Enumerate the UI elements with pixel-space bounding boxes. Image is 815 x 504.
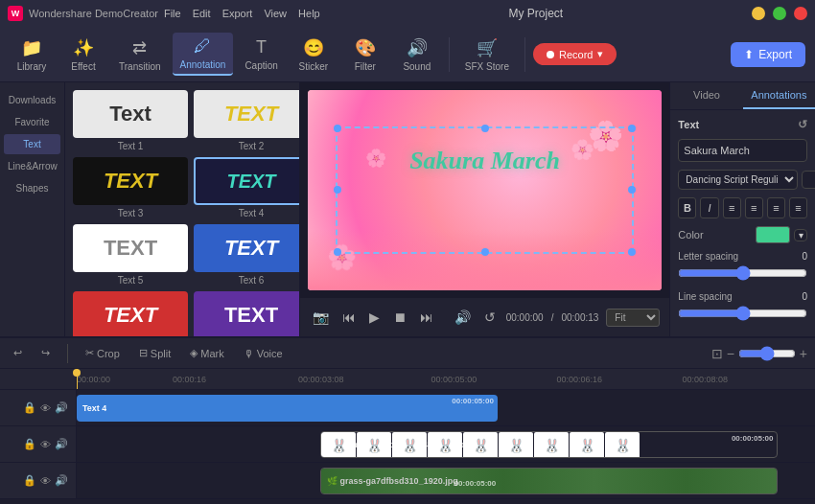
track-lock-icon2[interactable]: 🔒 [23, 438, 36, 450]
font-family-select[interactable]: Dancing Script Reguli Arial Times New Ro… [678, 170, 798, 190]
fast-forward-button[interactable]: ⏭ [417, 307, 436, 328]
sidebar-item-text[interactable]: Text [4, 134, 60, 154]
selection-handle-tm[interactable] [481, 125, 489, 132]
tool-effect[interactable]: ✨ Effect [59, 34, 107, 76]
screenshot-button[interactable]: 📷 [310, 307, 332, 328]
track-eye-icon2[interactable]: 👁 [40, 439, 51, 450]
text2-thumb: TEXT [194, 90, 300, 138]
loop-button[interactable]: ↺ [481, 307, 499, 328]
tool-caption[interactable]: T Caption [237, 34, 285, 75]
tool-sfx-store[interactable]: 🛒 SFX Store [457, 34, 517, 76]
tool-filter[interactable]: 🎨 Filter [341, 34, 389, 76]
track-lock-icon[interactable]: 🔒 [23, 401, 36, 414]
grass-clip-label: 🌿 grass-ga7dfbsd310_1920.jpg [327, 476, 458, 486]
tool-library[interactable]: 📁 Library [8, 34, 56, 76]
grass-clip[interactable]: 🌿 grass-ga7dfbsd310_1920.jpg 00:00:05:00 [320, 468, 778, 494]
zoom-in-button[interactable]: + [800, 346, 807, 361]
annotation-text5[interactable]: TEXT Text 5 [73, 224, 188, 286]
img-frame: 🐰 [499, 432, 533, 457]
menu-view[interactable]: View [264, 8, 287, 19]
record-label: Record [559, 49, 593, 60]
selection-handle-tl[interactable] [334, 125, 341, 132]
track-eye-icon3[interactable]: 👁 [40, 475, 51, 487]
menu-file[interactable]: File [164, 8, 181, 19]
sidebar-item-downloads[interactable]: Downloads [4, 90, 60, 110]
record-button[interactable]: Record ▾ [533, 43, 617, 65]
sidebar-item-shapes[interactable]: Shapes [4, 178, 60, 198]
crop-button[interactable]: ✂ Crop [80, 344, 126, 362]
selection-handle-mr[interactable] [628, 186, 636, 194]
maximize-button[interactable] [773, 7, 786, 20]
text-track-content[interactable]: Text 4 00:00:05:00 [77, 390, 815, 425]
annotation-text7[interactable]: TEXT Text 7 [73, 291, 188, 336]
line-spacing-slider[interactable] [678, 306, 807, 321]
track-audio-icon[interactable]: 🔊 [55, 401, 68, 414]
animation-track-content[interactable]: 📷 animation-gb377a0848_1920.png 00:00:05… [77, 426, 815, 462]
tool-annotation[interactable]: 🖊 Annotation [173, 33, 234, 76]
stop-button[interactable]: ⏹ [390, 307, 409, 328]
right-panel: Video Annotations Text ↺ Dancing Script … [669, 82, 815, 336]
track-audio-icon3[interactable]: 🔊 [55, 474, 68, 487]
undo-button[interactable]: ↩ [8, 344, 28, 362]
tool-sticker-label: Sticker [299, 61, 329, 72]
zoom-out-button[interactable]: − [727, 346, 734, 361]
mark-button[interactable]: ◈ Mark [184, 344, 229, 362]
track-eye-icon[interactable]: 👁 [40, 402, 51, 414]
selection-overlay[interactable] [336, 126, 634, 255]
img-frame: 🐰 [463, 432, 498, 457]
track-lock-icon3[interactable]: 🔒 [23, 474, 36, 487]
reset-icon[interactable]: ↺ [798, 118, 807, 131]
menu-help[interactable]: Help [298, 8, 320, 19]
align-right-button[interactable]: ≡ [767, 197, 785, 218]
time-cursor[interactable] [77, 369, 78, 389]
selection-handle-bm[interactable] [481, 248, 489, 256]
sidebar-item-line-arrow[interactable]: Line&Arrow [4, 156, 60, 176]
annotation-text1[interactable]: Text Text 1 [73, 90, 188, 151]
tab-video[interactable]: Video [670, 82, 742, 109]
annotation-text2[interactable]: TEXT Text 2 [194, 90, 300, 151]
text-value-input[interactable] [678, 139, 807, 162]
selection-handle-ml[interactable] [334, 186, 341, 194]
fit-timeline-button[interactable]: ⊡ [711, 346, 723, 361]
annotation-text6[interactable]: TEXT Text 6 [194, 224, 300, 286]
font-size-input[interactable] [802, 171, 815, 189]
animation-clip[interactable]: 📷 animation-gb377a0848_1920.png 00:00:05… [320, 431, 778, 458]
annotation-text4[interactable]: TEXT Text 4 [194, 157, 300, 218]
annotation-text3[interactable]: TEXT Text 3 [73, 157, 188, 218]
zoom-slider[interactable] [738, 346, 796, 361]
sidebar: Downloads Favorite Text Line&Arrow Shape… [0, 82, 65, 336]
menu-export[interactable]: Export [222, 8, 253, 19]
grass-track-content[interactable]: 🌿 grass-ga7dfbsd310_1920.jpg 00:00:05:00 [77, 463, 815, 498]
selection-handle-tr[interactable] [628, 125, 636, 132]
tool-sound[interactable]: 🔊 Sound [393, 34, 441, 76]
crop-label: Crop [97, 348, 120, 359]
play-button[interactable]: ▶ [366, 307, 383, 328]
menu-edit[interactable]: Edit [193, 8, 211, 19]
minimize-button[interactable] [752, 7, 765, 20]
color-swatch[interactable] [756, 226, 790, 243]
tab-annotations[interactable]: Annotations [743, 82, 815, 109]
volume-button[interactable]: 🔊 [452, 307, 474, 328]
split-button[interactable]: ⊟ Split [133, 344, 176, 362]
redo-button[interactable]: ↪ [35, 344, 56, 362]
rewind-button[interactable]: ⏮ [339, 307, 359, 328]
align-left-button[interactable]: ≡ [723, 197, 741, 218]
sfx-label: SFX Store [465, 61, 509, 72]
tool-transition[interactable]: ⇄ Transition [111, 34, 169, 76]
close-button[interactable] [794, 7, 807, 20]
voice-button[interactable]: 🎙 Voice [238, 345, 289, 362]
letter-spacing-slider[interactable] [678, 265, 807, 281]
track-audio-icon2[interactable]: 🔊 [55, 438, 68, 450]
tool-sticker[interactable]: 😊 Sticker [290, 34, 338, 76]
color-dropdown[interactable]: ▾ [794, 229, 807, 241]
bold-button[interactable]: B [678, 197, 696, 218]
export-button[interactable]: ⬆ Export [731, 42, 805, 67]
align-justify-button[interactable]: ≡ [789, 197, 807, 218]
sidebar-item-favorite[interactable]: Favorite [4, 112, 60, 132]
time-cursor-head [73, 369, 81, 377]
text-clip[interactable]: Text 4 00:00:05:00 [77, 395, 498, 422]
annotation-text8[interactable]: TEXT Text 8 [194, 291, 300, 336]
align-center-button[interactable]: ≡ [745, 197, 763, 218]
italic-button[interactable]: I [700, 197, 718, 218]
fit-select[interactable]: Fit 100% 75% 50% [606, 309, 660, 327]
